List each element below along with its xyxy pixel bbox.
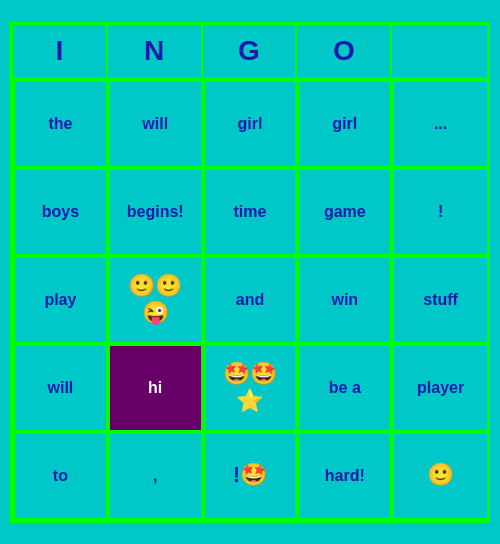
bingo-card: INGO thewillgirlgirl...boysbegins!timega… — [10, 22, 490, 523]
cell-text-2-3: win — [331, 290, 358, 309]
cell-text-3-3: be a — [329, 378, 361, 397]
cell-4-2: !🤩 — [203, 432, 298, 520]
cell-text-3-0: will — [48, 378, 74, 397]
cell-1-3: game — [297, 168, 392, 256]
cell-emoji-4-4: 🙂 — [427, 462, 454, 488]
cell-emoji-multi-3-2: 🤩🤩⭐ — [223, 361, 277, 414]
cell-0-2: girl — [203, 80, 298, 168]
cell-text-4-3: hard! — [325, 466, 365, 485]
cell-4-3: hard! — [297, 432, 392, 520]
cell-text-2-0: play — [44, 290, 76, 309]
emoji: 🙂🙂 — [128, 273, 182, 299]
cell-text-0-1: will — [142, 114, 168, 133]
cell-3-1: hi — [108, 344, 203, 432]
header-letter-0: I — [13, 25, 108, 77]
emoji-row: 😜 — [142, 300, 169, 326]
cell-2-4: stuff — [392, 256, 487, 344]
cell-text-0-3: girl — [332, 114, 357, 133]
cell-1-0: boys — [13, 168, 108, 256]
emoji-row: 🙂🙂 — [128, 273, 182, 299]
cell-3-4: player — [392, 344, 487, 432]
cell-1-2: time — [203, 168, 298, 256]
cell-emoji-4-2: !🤩 — [233, 462, 267, 488]
cell-text-4-1: , — [153, 466, 157, 485]
cell-1-1: begins! — [108, 168, 203, 256]
cell-text-1-2: time — [234, 202, 267, 221]
emoji-row: ⭐ — [236, 388, 263, 414]
header-letter-1: N — [108, 25, 203, 77]
cell-0-4: ... — [392, 80, 487, 168]
emoji: ⭐ — [236, 388, 263, 414]
cell-text-4-0: to — [53, 466, 68, 485]
bingo-header: INGO — [13, 25, 487, 80]
cell-1-4: ! — [392, 168, 487, 256]
cell-text-0-2: girl — [238, 114, 263, 133]
cell-text-1-0: boys — [42, 202, 79, 221]
emoji: 🤩🤩 — [223, 361, 277, 387]
cell-0-1: will — [108, 80, 203, 168]
cell-2-2: and — [203, 256, 298, 344]
cell-4-0: to — [13, 432, 108, 520]
cell-3-3: be a — [297, 344, 392, 432]
cell-emoji-multi-2-1: 🙂🙂😜 — [128, 273, 182, 326]
emoji: 😜 — [142, 300, 169, 326]
cell-text-2-4: stuff — [423, 290, 458, 309]
cell-3-0: will — [13, 344, 108, 432]
header-letter-4 — [392, 25, 487, 77]
cell-text-1-1: begins! — [127, 202, 184, 221]
bingo-grid: thewillgirlgirl...boysbegins!timegame!pl… — [13, 80, 487, 520]
emoji-row: 🤩🤩 — [223, 361, 277, 387]
cell-2-3: win — [297, 256, 392, 344]
cell-text-3-1: hi — [148, 378, 162, 397]
cell-text-1-4: ! — [438, 202, 443, 221]
cell-2-1: 🙂🙂😜 — [108, 256, 203, 344]
cell-text-1-3: game — [324, 202, 366, 221]
cell-text-3-4: player — [417, 378, 464, 397]
cell-4-4: 🙂 — [392, 432, 487, 520]
cell-3-2: 🤩🤩⭐ — [203, 344, 298, 432]
cell-text-0-0: the — [48, 114, 72, 133]
cell-text-2-2: and — [236, 290, 264, 309]
cell-text-0-4: ... — [434, 114, 447, 133]
cell-0-3: girl — [297, 80, 392, 168]
cell-4-1: , — [108, 432, 203, 520]
cell-2-0: play — [13, 256, 108, 344]
header-letter-2: G — [203, 25, 298, 77]
header-letter-3: O — [297, 25, 392, 77]
cell-0-0: the — [13, 80, 108, 168]
